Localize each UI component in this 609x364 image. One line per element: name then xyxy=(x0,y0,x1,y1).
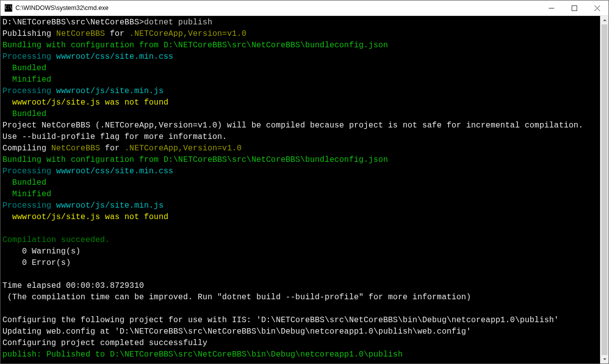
output-line: Bundled xyxy=(2,178,46,187)
output-line: for xyxy=(100,144,124,153)
window-title: C:\WINDOWS\system32\cmd.exe xyxy=(15,4,540,11)
output-line: Bundling with configuration from D:\NETC… xyxy=(2,41,388,50)
output-line: Bundled xyxy=(2,110,46,119)
prompt-text: D:\NETCoreBBS\src\NetCoreBBS> xyxy=(2,18,144,27)
output-line: .NETCoreApp,Version=v1.0 xyxy=(129,29,246,38)
window-icon-label: C:\ xyxy=(5,6,12,10)
output-line: Publishing xyxy=(2,29,56,38)
scroll-thumb[interactable] xyxy=(602,24,608,355)
output-line: wwwroot/js/site.js was not found xyxy=(2,213,168,222)
command-text: dotnet publish xyxy=(144,18,212,27)
cmd-window: C:\ C:\WINDOWS\system32\cmd.exe D:\NETCo… xyxy=(0,0,609,364)
output-line: wwwroot/js/site.min.js xyxy=(56,87,164,96)
titlebar-buttons xyxy=(540,0,609,15)
output-line: wwwroot/js/site.js was not found xyxy=(2,98,168,107)
window-icon: C:\ xyxy=(4,4,12,12)
close-button[interactable] xyxy=(586,0,609,15)
titlebar[interactable]: C:\ C:\WINDOWS\system32\cmd.exe xyxy=(0,0,609,16)
output-line: Bundling with configuration from D:\NETC… xyxy=(2,155,388,164)
output-line: Processing xyxy=(2,167,56,176)
client-area: D:\NETCoreBBS\src\NetCoreBBS>dotnet publ… xyxy=(0,16,609,364)
output-line: Compiling xyxy=(2,144,51,153)
vertical-scrollbar[interactable] xyxy=(600,16,609,364)
output-line: .NETCoreApp,Version=v1.0 xyxy=(124,144,242,153)
output-line: 0 Warning(s) xyxy=(2,247,81,256)
output-line: NetCoreBBS xyxy=(56,29,105,38)
output-line: Processing xyxy=(2,52,56,61)
minimize-button[interactable] xyxy=(540,0,563,15)
output-line: (The compilation time can be improved. R… xyxy=(2,293,471,302)
output-line: Processing xyxy=(2,87,56,96)
scroll-up-button[interactable] xyxy=(601,16,609,24)
output-line: for xyxy=(105,29,129,38)
output-line: NetCoreBBS xyxy=(51,144,100,153)
output-line: Configuring the following project for us… xyxy=(2,316,559,325)
terminal[interactable]: D:\NETCoreBBS\src\NetCoreBBS>dotnet publ… xyxy=(0,16,600,364)
scroll-down-button[interactable] xyxy=(601,355,609,364)
svg-rect-1 xyxy=(572,5,577,10)
output-line: Configuring project completed successful… xyxy=(2,339,208,348)
output-line: wwwroot/css/site.min.css xyxy=(56,52,173,61)
output-line: wwwroot/css/site.min.css xyxy=(56,167,173,176)
output-line: 0 Error(s) xyxy=(2,258,71,267)
output-line: Time elapsed 00:00:03.8729310 xyxy=(2,281,144,290)
output-line: Project NetCoreBBS (.NETCoreApp,Version=… xyxy=(2,121,583,130)
maximize-button[interactable] xyxy=(563,0,586,15)
output-line: Bundled xyxy=(2,64,46,73)
output-line: Processing xyxy=(2,201,56,210)
output-line: Updating web.config at 'D:\NETCoreBBS\sr… xyxy=(2,327,471,336)
output-line: publish: Published to D:\NETCoreBBS\src\… xyxy=(2,350,403,359)
output-line: Compilation succeeded. xyxy=(2,236,110,244)
output-line: wwwroot/js/site.min.js xyxy=(56,201,164,210)
output-line: Minified xyxy=(2,75,51,84)
output-line: Minified xyxy=(2,190,51,199)
output-line: Use --build-profile flag for more inform… xyxy=(2,132,227,141)
